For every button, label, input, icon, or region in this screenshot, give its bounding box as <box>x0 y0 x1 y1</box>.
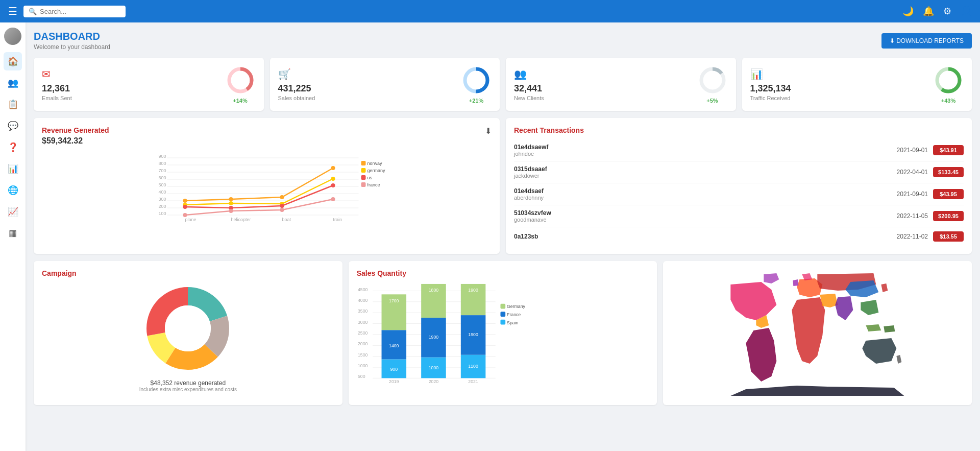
transaction-amount: $43.95 <box>933 189 964 199</box>
clients-donut <box>697 65 728 96</box>
svg-point-44 <box>280 208 284 212</box>
svg-text:3000: 3000 <box>358 320 368 325</box>
sidebar-item-trending[interactable]: 📈 <box>4 202 22 221</box>
svg-point-31 <box>229 197 233 201</box>
sales-card: Sales Quantity 4500 4000 3500 3000 2500 … <box>349 261 657 405</box>
transaction-user: johndoe <box>514 151 548 157</box>
svg-point-60 <box>165 305 211 351</box>
sidebar: 🏠 👥 📋 💬 ❓ 📊 🌐 📈 ▦ <box>0 22 26 451</box>
page-header-left: DASHBOARD Welcome to your dashboard <box>34 31 110 51</box>
revenue-amount: $59,342.32 <box>42 136 109 146</box>
svg-text:transportation: transportation <box>247 222 278 222</box>
transaction-date: 2022-04-01 <box>897 169 928 176</box>
traffic-label: Traffic Received <box>750 95 791 101</box>
svg-text:2000: 2000 <box>358 341 368 346</box>
campaign-donut-chart <box>142 282 234 374</box>
svg-text:4500: 4500 <box>358 287 368 292</box>
table-row: 01e4dsaewf johndoe 2021-09-01 $43.91 <box>514 139 964 161</box>
svg-text:1900: 1900 <box>468 332 478 337</box>
emails-label: Emails Sent <box>42 95 72 101</box>
svg-text:400: 400 <box>159 189 166 195</box>
svg-text:900: 900 <box>159 154 166 159</box>
sales-title: Sales Quantity <box>357 269 649 277</box>
svg-rect-50 <box>361 175 366 180</box>
page-subtitle: Welcome to your dashboard <box>34 43 110 51</box>
transaction-amount: $43.91 <box>933 145 964 155</box>
transaction-user: aberdohnny <box>514 195 544 201</box>
svg-text:Germany: Germany <box>507 304 525 310</box>
transaction-id: 01e4dsaewf <box>514 144 548 151</box>
svg-point-33 <box>331 166 335 170</box>
moon-icon[interactable]: 🌙 <box>902 6 914 17</box>
svg-text:norway: norway <box>368 161 383 166</box>
svg-text:700: 700 <box>159 168 166 173</box>
svg-text:3500: 3500 <box>358 308 368 314</box>
sidebar-item-help[interactable]: ❓ <box>4 138 22 156</box>
sales-chart-area: 4500 4000 3500 3000 2500 2000 1500 1000 … <box>357 282 649 385</box>
stat-card-traffic: 📊 1,325,134 Traffic Received +43% <box>742 58 972 111</box>
svg-text:2021: 2021 <box>468 379 478 384</box>
map-card <box>663 261 972 405</box>
sidebar-item-home[interactable]: 🏠 <box>4 52 22 70</box>
svg-text:train: train <box>333 217 342 222</box>
search-input[interactable] <box>40 8 120 15</box>
revenue-download-icon[interactable]: ⬇ <box>485 126 492 136</box>
svg-text:300: 300 <box>159 197 166 202</box>
table-row: 0315dsaaef jackdower 2022-04-01 $133.45 <box>514 161 964 183</box>
revenue-card: Revenue Generated $59,342.32 ⬇ 900 800 7… <box>34 118 500 254</box>
sidebar-item-table[interactable]: 📋 <box>4 95 22 113</box>
svg-text:1900: 1900 <box>428 335 438 340</box>
svg-point-41 <box>331 183 335 187</box>
svg-text:1000: 1000 <box>358 363 368 368</box>
svg-rect-102 <box>500 312 505 317</box>
emails-change: +14% <box>233 98 247 104</box>
svg-text:us: us <box>368 175 373 180</box>
transaction-id: 51034szvfew <box>514 209 551 217</box>
svg-text:2020: 2020 <box>428 379 438 384</box>
clients-icon: 👥 <box>514 68 544 80</box>
sidebar-item-barchart[interactable]: 📊 <box>4 159 22 178</box>
settings-icon[interactable]: ⚙ <box>943 6 951 17</box>
svg-text:Spain: Spain <box>507 320 518 325</box>
email-icon: ✉ <box>42 68 72 80</box>
middle-row: Revenue Generated $59,342.32 ⬇ 900 800 7… <box>34 118 972 254</box>
sidebar-item-globe[interactable]: 🌐 <box>4 181 22 199</box>
svg-text:100: 100 <box>159 211 166 216</box>
traffic-change: +43% <box>941 98 955 104</box>
sidebar-item-grid[interactable]: ▦ <box>4 224 22 242</box>
stat-card-sales: 🛒 431,225 Sales obtained +21% <box>270 58 500 111</box>
svg-rect-46 <box>361 161 366 165</box>
table-row: 0a123sb 2022-11-02 $13.55 <box>514 227 964 246</box>
hamburger-icon[interactable]: ☰ <box>8 5 17 17</box>
svg-text:germany: germany <box>368 168 386 173</box>
svg-text:900: 900 <box>390 367 398 372</box>
sidebar-item-messages[interactable]: 💬 <box>4 116 22 135</box>
campaign-subtitle: $48,352 revenue generated <box>151 379 226 387</box>
svg-text:200: 200 <box>159 204 166 209</box>
sidebar-item-users[interactable]: 👥 <box>4 74 22 92</box>
user-profile-icon[interactable]: 👤 <box>961 6 972 17</box>
svg-text:1700: 1700 <box>389 298 399 303</box>
campaign-card: Campaign $48,352 revenue genera <box>34 261 342 405</box>
sales-icon: 🛒 <box>278 68 315 80</box>
svg-rect-100 <box>500 304 505 309</box>
avatar[interactable] <box>4 28 21 45</box>
download-reports-button[interactable]: ⬇ DOWNLOAD REPORTS <box>881 33 972 49</box>
notification-icon[interactable]: 🔔 <box>923 6 934 17</box>
svg-point-32 <box>280 195 284 199</box>
svg-rect-48 <box>361 168 366 173</box>
transaction-id: 0a123sb <box>514 233 538 240</box>
transaction-date: 2022-11-02 <box>897 233 928 240</box>
svg-text:boat: boat <box>282 217 291 222</box>
emails-donut <box>225 65 256 96</box>
search-box[interactable]: 🔍 <box>23 6 126 17</box>
svg-point-35 <box>229 201 233 205</box>
topnav-right: 🌙 🔔 ⚙ 👤 <box>902 6 972 17</box>
line-chart: 900 800 700 600 500 400 300 200 100 <box>42 151 492 222</box>
svg-text:4000: 4000 <box>358 298 368 303</box>
transaction-amount: $133.45 <box>933 167 964 177</box>
svg-text:1500: 1500 <box>358 352 368 358</box>
clients-change: +5% <box>706 98 718 104</box>
stat-card-clients: 👥 32,441 New Clients +5% <box>506 58 736 111</box>
transaction-id: 01e4dsaef <box>514 187 544 195</box>
